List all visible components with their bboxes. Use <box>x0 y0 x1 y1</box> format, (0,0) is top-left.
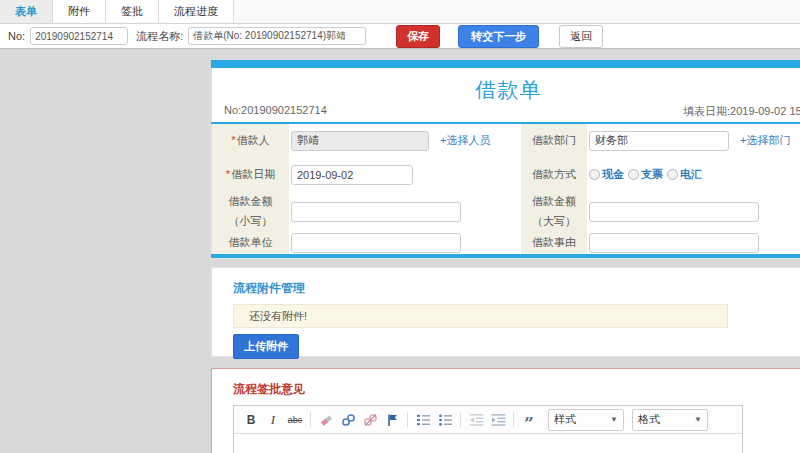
amount-small-input[interactable] <box>291 202 461 222</box>
link-icon[interactable] <box>338 410 358 430</box>
chevron-down-icon: ▼ <box>610 415 618 424</box>
header-bar: No: 流程名称: 保存 转交下一步 返回 <box>0 24 800 49</box>
loan-reason-cell <box>587 232 800 254</box>
toolbar-separator <box>460 412 461 427</box>
amount-small-cell <box>289 192 521 232</box>
process-name-input[interactable] <box>188 27 366 45</box>
borrower-label: *借款人 <box>212 124 289 157</box>
no-label: No: <box>8 30 25 42</box>
rich-text-editor: B I abc <box>233 405 743 453</box>
bulleted-list-icon[interactable] <box>435 410 455 430</box>
next-step-button[interactable]: 转交下一步 <box>458 25 539 48</box>
tab-form[interactable]: 表单 <box>0 0 53 23</box>
panel-top-accent-bar <box>211 60 800 68</box>
chevron-down-icon: ▼ <box>694 415 702 424</box>
process-name-label: 流程名称: <box>136 29 183 44</box>
loan-unit-cell <box>289 232 521 254</box>
blockquote-icon[interactable]: ” <box>519 406 539 433</box>
required-mark: * <box>231 134 235 146</box>
loan-method-cell: 现金 支票 电汇 <box>587 157 800 192</box>
borrower-cell: +选择人员 <box>289 124 521 157</box>
no-attachments-message: 还没有附件! <box>233 304 728 328</box>
attachments-panel: 流程附件管理 还没有附件! 上传附件 <box>211 267 800 357</box>
loan-unit-input[interactable] <box>291 233 461 253</box>
attachments-title: 流程附件管理 <box>233 280 305 297</box>
department-cell: +选择部门 <box>587 124 800 157</box>
remove-format-icon[interactable] <box>316 410 336 430</box>
no-input[interactable] <box>30 27 128 45</box>
loan-reason-label: 借款事由 <box>521 232 587 254</box>
italic-icon[interactable]: I <box>263 410 283 430</box>
tab-bar: 表单 附件 签批 流程进度 <box>0 0 800 24</box>
format-select[interactable]: 格式 ▼ <box>632 409 708 431</box>
loan-date-label: *借款日期 <box>212 157 289 192</box>
loan-date-cell <box>289 157 521 192</box>
bold-icon[interactable]: B <box>241 410 261 430</box>
editor-toolbar: B I abc <box>234 406 742 434</box>
numbered-list-icon[interactable] <box>413 410 433 430</box>
select-department-link[interactable]: +选择部门 <box>740 133 790 148</box>
tab-approval[interactable]: 签批 <box>106 0 159 23</box>
amount-big-cell <box>587 192 800 232</box>
back-button[interactable]: 返回 <box>559 25 603 48</box>
anchor-flag-icon[interactable] <box>382 410 402 430</box>
radio-cash[interactable]: 现金 <box>589 167 624 182</box>
outdent-icon[interactable] <box>466 410 486 430</box>
radio-wire-transfer[interactable]: 电汇 <box>667 167 702 182</box>
loan-method-label: 借款方式 <box>521 157 587 192</box>
select-person-link[interactable]: +选择人员 <box>440 133 490 148</box>
strikethrough-icon[interactable]: abc <box>285 410 305 430</box>
form-grid: *借款人 +选择人员 借款部门 +选择部门 *借款日期 借款方式 <box>212 124 800 254</box>
toolbar-separator <box>310 412 311 427</box>
style-select[interactable]: 样式 ▼ <box>548 409 624 431</box>
screen: 表单 附件 签批 流程进度 No: 流程名称: 保存 转交下一步 返回 借款单 … <box>0 0 800 453</box>
loan-reason-input[interactable] <box>589 233 759 253</box>
loan-unit-label: 借款单位 <box>212 232 289 254</box>
form-title: 借款单 <box>212 76 800 104</box>
required-mark: * <box>226 168 230 180</box>
department-input[interactable] <box>589 131 729 151</box>
approval-panel: 流程签批意见 B I abc <box>211 368 800 453</box>
fill-date: 填表日期:2019-09-02 15:27:1 <box>683 104 800 119</box>
approval-title: 流程签批意见 <box>233 381 305 398</box>
loan-date-input[interactable] <box>291 165 413 185</box>
save-button[interactable]: 保存 <box>396 25 440 48</box>
doc-no: No:20190902152714 <box>224 104 327 116</box>
radio-circle-icon <box>589 169 600 180</box>
upload-attachment-button[interactable]: 上传附件 <box>233 334 299 359</box>
amount-small-label: 借款金额（小写） <box>212 192 289 232</box>
editor-content[interactable] <box>234 434 742 453</box>
tab-process-progress[interactable]: 流程进度 <box>159 0 234 23</box>
unlink-icon[interactable] <box>360 410 380 430</box>
panel-bottom-accent-bar <box>211 254 800 258</box>
loan-form-panel: 借款单 No:20190902152714 填表日期:2019-09-02 15… <box>211 60 800 259</box>
tab-attachments[interactable]: 附件 <box>53 0 106 23</box>
indent-icon[interactable] <box>488 410 508 430</box>
form-meta-row: No:20190902152714 填表日期:2019-09-02 15:27:… <box>224 104 800 116</box>
toolbar-separator <box>407 412 408 427</box>
department-label: 借款部门 <box>521 124 587 157</box>
toolbar-separator <box>513 412 514 427</box>
radio-cheque[interactable]: 支票 <box>628 167 663 182</box>
amount-big-label: 借款金额（大写） <box>521 192 587 232</box>
radio-circle-icon <box>667 169 678 180</box>
radio-circle-icon <box>628 169 639 180</box>
amount-big-input[interactable] <box>589 202 759 222</box>
borrower-input[interactable] <box>291 131 429 151</box>
